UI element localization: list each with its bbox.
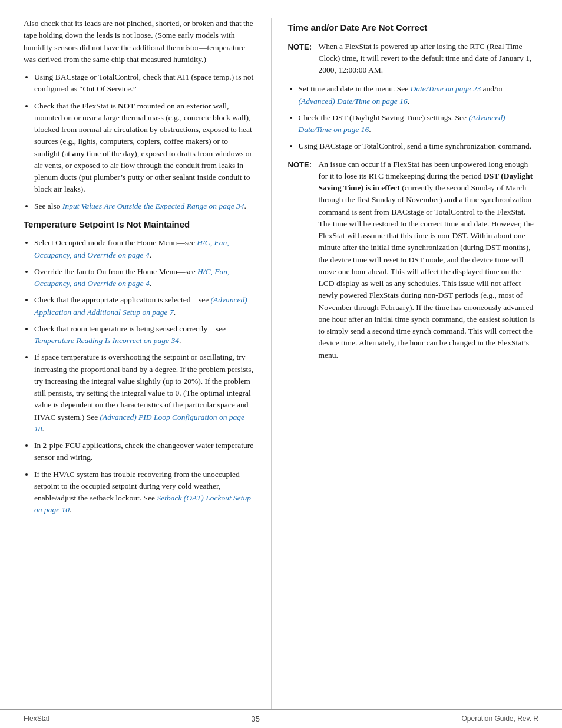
sb6-text: In 2-pipe FCU applications, check the ch… [34,441,253,462]
bullet-bacstage-text: Using BACstage or TotalControl, check th… [34,73,253,93]
hc-fan-link-2[interactable]: H/C, Fan, Occupancy, and Override on pag… [34,267,229,288]
note-1-text: When a FlexStat is powered up after losi… [319,41,538,77]
advanced-datetime-link-2[interactable]: (Advanced) Date/Time on page 16 [299,113,505,134]
advanced-datetime-link-1[interactable]: (Advanced) Date/Time on page 16 [299,97,408,106]
footer: FlexStat 35 Operation Guide, Rev. R [0,709,562,729]
note-2: NOTE: An issue can occur if a FlexStat h… [288,159,538,361]
pid-loop-link[interactable]: (Advanced) PID Loop Configuration on pag… [34,413,244,433]
list-item: Using BACstage or TotalControl, check th… [34,71,254,95]
right-column: Time and/or Date Are Not Correct NOTE: W… [272,18,562,709]
setback-lockout-link[interactable]: Setback (OAT) Lockout Setup on page 10 [34,493,251,514]
footer-right: Operation Guide, Rev. R [461,713,538,724]
temp-reading-link[interactable]: Temperature Reading Is Incorrect on page… [34,336,179,345]
footer-left: FlexStat [24,713,49,724]
top-bullets: Using BACstage or TotalControl, check th… [34,71,254,212]
advanced-app-link[interactable]: (Advanced) Application and Additional Se… [34,295,247,316]
sb2-text: Override the fan to On from the Home Men… [34,267,229,288]
rb1-text: Set time and date in the menu. See Date/… [299,84,504,105]
sb7-text: If the HVAC system has trouble recoverin… [34,470,251,515]
list-item: Using BACstage or TotalControl, send a t… [299,140,538,152]
list-item: Check that room temperature is being sen… [34,323,254,347]
footer-page-number: 35 [252,713,260,725]
section-heading-time: Time and/or Date Are Not Correct [288,21,538,35]
sb4-text: Check that room temperature is being sen… [34,324,226,345]
left-column: Also check that its leads are not pinche… [0,18,271,709]
note-2-label: NOTE: [288,159,315,361]
list-item: In 2-pipe FCU applications, check the ch… [34,440,254,464]
list-item: Check that the FlexStat is NOT mounted o… [34,100,254,196]
note-2-text: An issue can occur if a FlexStat has bee… [319,159,538,361]
list-item: Select Occupied mode from the Home Menu—… [34,237,254,261]
list-item: See also Input Values Are Outside the Ex… [34,200,254,212]
hc-fan-link-1[interactable]: H/C, Fan, Occupancy, and Override on pag… [34,238,229,259]
section-bullets: Select Occupied mode from the Home Menu—… [34,237,254,516]
note-1-label: NOTE: [288,41,315,77]
rb3-text: Using BACstage or TotalControl, send a t… [299,141,532,150]
list-item: Override the fan to On from the Home Men… [34,266,254,290]
sb1-text: Select Occupied mode from the Home Menu—… [34,238,229,259]
list-item: Check that the appropriate application i… [34,294,254,318]
rb2-text: Check the DST (Daylight Saving Time) set… [299,113,505,134]
sb3-text: Check that the appropriate application i… [34,295,247,316]
list-item: If the HVAC system has trouble recoverin… [34,469,254,516]
intro-paragraph: Also check that its leads are not pinche… [24,18,254,65]
list-item: If space temperature is overshooting the… [34,351,254,435]
page: Also check that its leads are not pinche… [0,0,562,728]
bullet-not-mounted-text: Check that the FlexStat is NOT mounted o… [34,101,252,194]
datetime-link-1[interactable]: Date/Time on page 23 [411,84,481,93]
sb5-text: If space temperature is overshooting the… [34,353,253,433]
list-item: Set time and date in the menu. See Date/… [299,83,538,107]
input-values-link[interactable]: Input Values Are Outside the Expected Ra… [62,202,244,210]
section-heading-setpoint: Temperature Setpoint Is Not Maintained [24,218,254,232]
bullet-see-also-text: See also Input Values Are Outside the Ex… [34,202,246,210]
note-1: NOTE: When a FlexStat is powered up afte… [288,41,538,77]
list-item: Check the DST (Daylight Saving Time) set… [299,112,538,136]
right-bullets: Set time and date in the menu. See Date/… [299,83,538,152]
